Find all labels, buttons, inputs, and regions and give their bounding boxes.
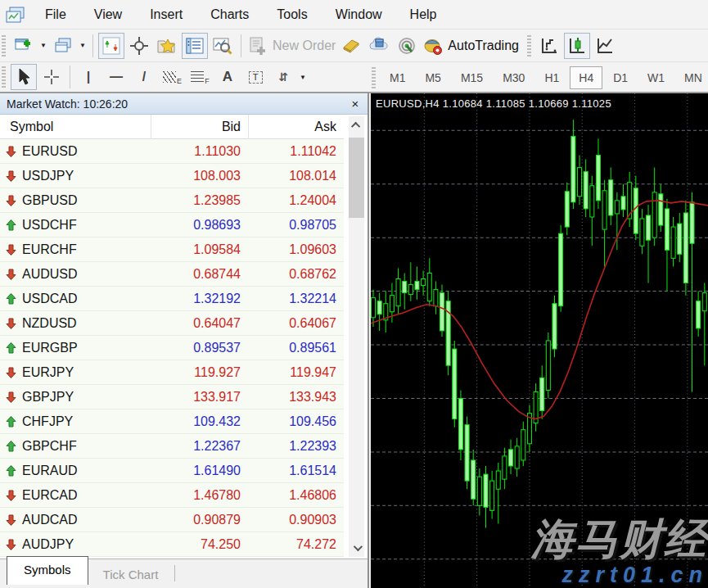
market-watch-row-gbpchf[interactable]: GBPCHF1.223671.22393 xyxy=(0,434,344,459)
market-watch-row-gbpusd[interactable]: GBPUSD1.239851.24004 xyxy=(0,188,344,213)
chart-line-button[interactable] xyxy=(592,33,618,59)
new-chart-dropdown[interactable]: ▼ xyxy=(38,33,49,59)
fibonacci-button[interactable]: F xyxy=(187,64,213,90)
navigator-button[interactable] xyxy=(154,33,180,59)
toolbar-grip[interactable] xyxy=(2,35,6,57)
folder-star-icon xyxy=(156,36,178,56)
menu-window[interactable]: Window xyxy=(322,2,396,27)
mt4-window: FileViewInsertChartsToolsWindowHelp ▼ ▼ xyxy=(0,0,708,588)
timeframe-mn[interactable]: MN xyxy=(675,66,708,89)
timeframe-m5[interactable]: M5 xyxy=(416,66,449,89)
text-icon: A xyxy=(223,69,232,85)
autotrading-button[interactable]: AutoTrading xyxy=(422,33,520,59)
signals-button[interactable] xyxy=(394,33,420,59)
chart-candles-button[interactable] xyxy=(564,33,590,59)
standard-toolbar: ▼ ▼ xyxy=(0,29,708,62)
shapes-icon: ⇵ xyxy=(278,70,288,84)
market-watch-panel: Market Watch: 10:26:20 × Symbol Bid Ask … xyxy=(0,93,369,588)
label-button[interactable]: T xyxy=(242,64,268,90)
timeframe-h1[interactable]: H1 xyxy=(535,66,568,89)
timeframe-h4[interactable]: H4 xyxy=(570,66,602,89)
toolbar-grip[interactable] xyxy=(527,35,531,57)
text-button[interactable]: A xyxy=(214,64,241,90)
new-order-icon xyxy=(247,36,268,56)
line-chart-icon xyxy=(595,36,615,56)
market-watch-row-audusd[interactable]: AUDUSD0.687440.68762 xyxy=(0,262,344,287)
toolbar-grip[interactable] xyxy=(372,67,376,88)
channel-letter: E xyxy=(177,77,182,85)
column-symbol[interactable]: Symbol xyxy=(0,120,151,134)
timeframe-w1[interactable]: W1 xyxy=(638,66,674,89)
fibonacci-letter: F xyxy=(205,77,210,85)
menu-tools[interactable]: Tools xyxy=(263,2,321,27)
bid-value: 1.46780 xyxy=(151,488,248,503)
market-watch-row-chfjpy[interactable]: CHFJPY109.432109.456 xyxy=(0,409,344,434)
bid-value: 1.32192 xyxy=(151,292,248,306)
ask-value: 1.11042 xyxy=(248,144,344,159)
market-watch-row-usdchf[interactable]: USDCHF0.986930.98705 xyxy=(0,213,344,237)
shapes-button[interactable]: ⇵ xyxy=(270,64,296,90)
menu-charts[interactable]: Charts xyxy=(196,2,263,27)
ask-value: 0.90903 xyxy=(248,513,344,527)
cursor-button[interactable] xyxy=(11,64,37,90)
trend-down-icon xyxy=(6,490,16,501)
scroll-down-button[interactable] xyxy=(349,539,364,557)
market-watch-row-eurjpy[interactable]: EURJPY119.927119.947 xyxy=(0,360,344,385)
crosshair-button[interactable] xyxy=(38,64,65,90)
terminal-button[interactable] xyxy=(182,33,208,59)
timeframe-m1[interactable]: M1 xyxy=(381,66,414,89)
timeframe-d1[interactable]: D1 xyxy=(604,66,637,89)
new-chart-button[interactable] xyxy=(11,33,37,59)
caret-down-icon: ▼ xyxy=(79,42,86,49)
menu-view[interactable]: View xyxy=(80,2,136,27)
data-window-button[interactable] xyxy=(126,33,152,59)
market-watch-toggle[interactable] xyxy=(98,33,124,59)
caret-down-icon: ▼ xyxy=(40,42,47,49)
market-watch-row-audcad[interactable]: AUDCAD0.908790.90903 xyxy=(0,508,344,532)
bid-value: 1.23985 xyxy=(151,193,248,208)
close-icon[interactable]: × xyxy=(348,96,363,111)
horizontal-line-button[interactable]: — xyxy=(103,64,129,90)
menu-file[interactable]: File xyxy=(31,2,80,27)
strategy-tester-button[interactable] xyxy=(210,33,236,59)
new-order-button[interactable]: New Order xyxy=(246,33,336,59)
channel-button[interactable]: E xyxy=(159,64,185,90)
tab-symbols[interactable]: Symbols xyxy=(7,556,88,585)
market-watch-row-eurcad[interactable]: EURCAD1.467801.46806 xyxy=(0,483,344,508)
market-watch-row-usdjpy[interactable]: USDJPY108.003108.014 xyxy=(0,164,344,188)
trend-up-icon xyxy=(6,219,16,231)
symbol-label: USDCHF xyxy=(22,218,77,233)
tab-tick-chart[interactable]: Tick Chart xyxy=(88,563,174,588)
profiles-dropdown[interactable]: ▼ xyxy=(77,33,88,59)
market-watch-row-eurusd[interactable]: EURUSD1.110301.11042 xyxy=(0,139,344,164)
trend-down-icon xyxy=(6,391,16,403)
menu-help[interactable]: Help xyxy=(396,2,451,27)
timeframe-m30[interactable]: M30 xyxy=(494,66,534,89)
market-watch-row-audjpy[interactable]: AUDJPY74.25074.272 xyxy=(0,532,344,557)
toolbar-grip[interactable] xyxy=(2,66,6,88)
market-watch-row-usdcad[interactable]: USDCAD1.321921.32214 xyxy=(0,287,344,311)
market-button[interactable] xyxy=(366,33,392,59)
market-watch-row-nzdusd[interactable]: NZDUSD0.640470.64067 xyxy=(0,311,344,336)
market-watch-row-euraud[interactable]: EURAUD1.614901.61514 xyxy=(0,459,344,483)
market-watch-row-eurchf[interactable]: EURCHF1.095841.09603 xyxy=(0,237,344,262)
menu-insert[interactable]: Insert xyxy=(136,2,196,27)
column-bid[interactable]: Bid xyxy=(151,120,248,134)
chart-bars-button[interactable] xyxy=(536,33,562,59)
vertical-line-button[interactable]: | xyxy=(75,64,101,90)
metaeditor-button[interactable] xyxy=(338,33,364,59)
scroll-up-button[interactable] xyxy=(349,116,364,134)
column-ask[interactable]: Ask xyxy=(248,120,344,134)
trendline-button[interactable]: / xyxy=(131,64,157,90)
shapes-dropdown[interactable]: ▼ xyxy=(297,64,309,90)
market-watch-row-eurgbp[interactable]: EURGBP0.895370.89561 xyxy=(0,336,344,360)
scrollbar-thumb[interactable] xyxy=(349,138,364,218)
market-watch-scrollbar[interactable] xyxy=(349,116,364,557)
trend-down-icon xyxy=(6,269,16,280)
profiles-button[interactable] xyxy=(50,33,76,59)
chart-panel[interactable]: EURUSD,H4 1.10684 1.11085 1.10669 1.1102… xyxy=(371,93,708,588)
timeframe-m15[interactable]: M15 xyxy=(452,66,492,89)
market-watch-row-gbpjpy[interactable]: GBPJPY133.917133.943 xyxy=(0,385,344,409)
chart-svg[interactable] xyxy=(371,93,708,588)
bid-value: 1.61490 xyxy=(151,464,248,478)
